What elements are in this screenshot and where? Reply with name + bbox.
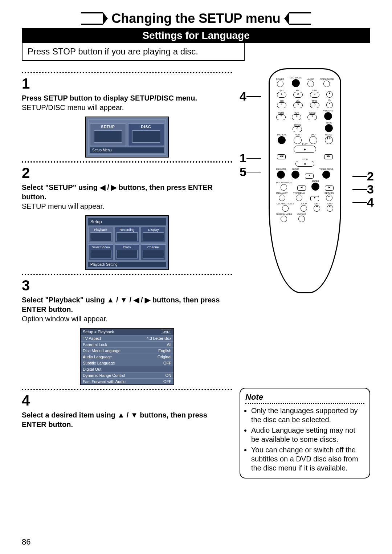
tile-recording: Recording xyxy=(115,227,140,243)
pause-button: ❚❚ xyxy=(325,136,333,144)
search-mode-button xyxy=(281,216,287,222)
audio-button xyxy=(307,81,314,87)
note-item: Only the languages supported by the disc… xyxy=(251,406,364,424)
row-val: ON xyxy=(166,373,172,378)
page-number: 86 xyxy=(22,537,30,547)
step-4-instruction: Select a desired item using ▲ / ▼ button… xyxy=(22,410,232,429)
ch-down-button: ▼ xyxy=(326,102,333,108)
step-2-screenshot: Setup Playback Recording Display Select … xyxy=(85,215,169,270)
callout-4-audio: 4 xyxy=(240,90,246,102)
row-key: Fast Forward with Audio xyxy=(83,379,126,384)
note-box: Note Only the languages supported by the… xyxy=(240,388,370,478)
step-3-result: Option window will appear. xyxy=(22,314,232,323)
clear-reset-button xyxy=(282,205,289,212)
setup-header: Setup xyxy=(88,218,166,225)
menu-tile-disc: DISC xyxy=(128,123,164,146)
row-val: OFF xyxy=(163,379,171,384)
row-val: English xyxy=(158,349,171,353)
menu-tile-setup: SETUP xyxy=(90,123,126,146)
bracket-left-icon xyxy=(81,12,103,25)
step-1-number: 1 xyxy=(22,76,232,92)
rec-monitor-button xyxy=(281,184,287,191)
intro-instruction: Press STOP button if you are playing a d… xyxy=(22,42,245,61)
section-heading: Settings for Language xyxy=(22,28,370,43)
tile-display: Display xyxy=(141,227,166,243)
num-0-button: 0 xyxy=(293,126,302,132)
note-item: You can change or switch off the subtitl… xyxy=(251,445,364,473)
num-4-button: 4 xyxy=(277,102,286,108)
display-button xyxy=(278,136,286,144)
callout-2-enter: 2 xyxy=(367,170,374,182)
num-6-button: 6 xyxy=(310,102,319,108)
skip-back-button: ⏮ xyxy=(314,205,320,212)
cm-skip-button xyxy=(298,216,305,222)
remote-body: POWER REC SPEED AUDIO OPEN/CLOSE @!?1 AB… xyxy=(269,68,341,293)
screenshot-footer: Playback Setting xyxy=(88,262,166,267)
remote-illustration: 4 1 5 2 3 4 POWER REC SPEED AUDIO OPEN/C… xyxy=(240,68,370,293)
rec-speed-button xyxy=(292,79,300,87)
skip-fwd-button: ⏭ xyxy=(327,205,333,212)
num-5-button: 5 xyxy=(293,102,303,108)
left-arrow-button: ◀ xyxy=(297,186,306,191)
tile-select-video: Select Video xyxy=(88,244,113,260)
right-arrow-button: ▶ xyxy=(325,186,334,191)
video-tv-button xyxy=(324,112,332,120)
row-key: Subtitle Language xyxy=(83,361,115,365)
step-4-number: 4 xyxy=(22,392,232,409)
row-key: Parental Lock xyxy=(83,342,107,347)
top-menu-button xyxy=(296,195,302,201)
step-3-screenshot: Setup > Playback DVD TV Aspect4:3 Letter… xyxy=(80,328,174,385)
num-2-button: 2 xyxy=(293,92,303,98)
step-2-number: 2 xyxy=(22,165,232,181)
row-val: Original xyxy=(158,355,171,359)
num-8-button: 8 xyxy=(292,114,301,120)
divider-icon xyxy=(22,72,232,73)
up-arrow-button: ▲ xyxy=(305,174,314,179)
note-heading: Note xyxy=(245,392,364,402)
rec-otr-button xyxy=(277,171,285,179)
page-title: Changing the SETUP menu xyxy=(104,11,287,26)
vcr-button xyxy=(294,136,302,144)
callout-1-stop: 1 xyxy=(240,152,246,164)
ch-up-button: ▲ xyxy=(326,91,333,98)
divider-icon xyxy=(22,389,232,390)
step-2-result: SETUP menu will appear. xyxy=(22,201,232,211)
row-val: All xyxy=(167,342,171,347)
divider-icon xyxy=(22,274,232,275)
row-key: Digital Out xyxy=(83,367,101,371)
row-val: 4:3 Letter Box xyxy=(147,336,172,341)
setup-button xyxy=(291,171,299,179)
row-key: Disc Menu Language xyxy=(83,349,121,353)
tile-playback: Playback xyxy=(88,227,113,243)
step-3-instruction: Select "Playback" using ▲ / ▼ / ◀ / ▶ bu… xyxy=(22,295,232,314)
return-button: ↵ xyxy=(326,195,332,201)
dvd-badge: DVD xyxy=(161,330,171,334)
row-val: OFF xyxy=(163,361,171,365)
menu-list-button xyxy=(279,195,285,201)
num-1-button: 1 xyxy=(277,92,286,98)
step-3-number: 3 xyxy=(22,277,232,294)
note-item: Audio Language setting may not be availa… xyxy=(251,426,364,444)
slow-button xyxy=(325,124,333,132)
callout-4-return: 4 xyxy=(367,196,374,208)
tile-channel: Channel xyxy=(141,244,166,260)
step-1-result: SETUP/DISC menu will appear. xyxy=(22,103,232,112)
divider-icon xyxy=(22,161,232,163)
row-key: Dynamic Range Control xyxy=(83,373,125,378)
row-key: Audio Language xyxy=(83,355,112,359)
callout-5-setup: 5 xyxy=(240,166,246,178)
num-3-button: 3 xyxy=(310,92,319,98)
enter-button xyxy=(311,183,319,191)
tile-clock: Clock xyxy=(115,244,140,260)
dotted-rule-icon xyxy=(245,403,364,404)
num-9-button: 9 xyxy=(307,114,317,120)
zoom-button xyxy=(301,205,307,212)
stop-button: STOP ■ xyxy=(295,161,314,167)
step-1-screenshot: SETUP DISC Setup Menu xyxy=(85,117,169,158)
power-button xyxy=(277,81,283,87)
open-close-button xyxy=(323,81,330,87)
dvd-button xyxy=(309,136,317,144)
step-1-instruction: Press SETUP button to display SETUP/DISC… xyxy=(22,93,232,103)
step-2-instruction: Select "SETUP" using ◀ / ▶ buttons, then… xyxy=(22,183,232,201)
down-arrow-button: ▼ xyxy=(310,196,319,201)
